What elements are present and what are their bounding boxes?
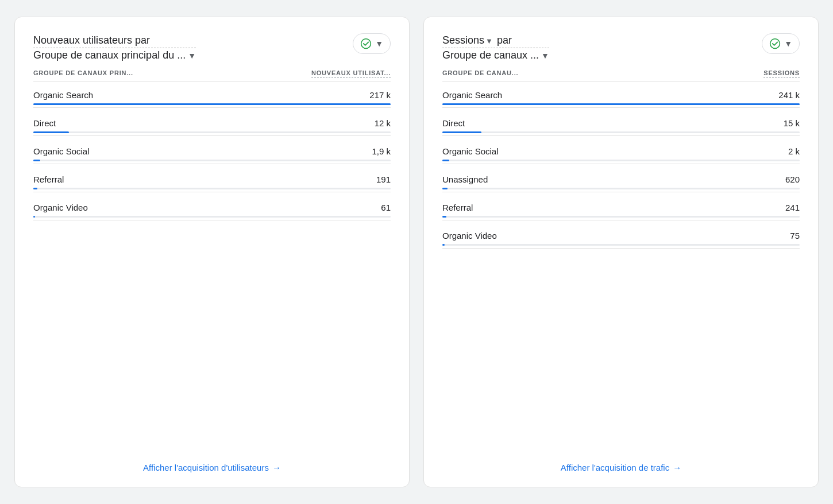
- card1-col1-header: GROUPE DE CANAUX PRIN...: [33, 69, 133, 78]
- table-row: Organic Video 75: [442, 223, 800, 251]
- svg-point-1: [770, 39, 780, 49]
- card2-footer: Afficher l'acquisition de trafic →: [442, 453, 800, 473]
- row-value: 620: [785, 175, 800, 184]
- row-value: 2 k: [788, 146, 800, 156]
- row-value: 75: [790, 231, 800, 241]
- row-label: Organic Search: [442, 90, 502, 100]
- bar-fill: [442, 244, 445, 246]
- table-row: Organic Social 1,9 k: [33, 138, 391, 166]
- row-divider: [33, 220, 391, 220]
- bar-track: [442, 131, 800, 133]
- table-row: Direct 12 k: [33, 110, 391, 138]
- card2-table-header: GROUPE DE CANAU... SESSIONS: [442, 65, 800, 82]
- card2-footer-link[interactable]: Afficher l'acquisition de trafic →: [561, 463, 681, 472]
- bar-fill: [33, 188, 37, 189]
- bar-fill: [442, 103, 800, 105]
- bar-fill: [33, 216, 35, 218]
- table-row: Organic Social 2 k: [442, 138, 800, 166]
- table-row: Unassigned 620: [442, 166, 800, 195]
- card1-header: Nouveaux utilisateurs par Groupe de cana…: [33, 33, 391, 61]
- table-row: Organic Search 217 k: [33, 82, 391, 110]
- check-icon-card1: [360, 38, 372, 49]
- card1-footer: Afficher l'acquisition d'utilisateurs →: [33, 453, 391, 473]
- cards-container: Nouveaux utilisateurs par Groupe de cana…: [14, 17, 819, 487]
- bar-track: [33, 216, 391, 218]
- card2-title-top: Sessions▼ par: [442, 33, 549, 48]
- bar-track: [442, 216, 800, 218]
- bar-track: [442, 244, 800, 246]
- card2-header: Sessions▼ par Groupe de canaux ... ▼ ▼: [442, 33, 800, 61]
- row-divider: [33, 107, 391, 108]
- row-value: 241 k: [778, 90, 800, 100]
- card1-title-bottom: Groupe de canaux principal du ... ▼: [33, 49, 196, 61]
- bar-fill: [442, 131, 481, 133]
- card1-title-top: Nouveaux utilisateurs par: [33, 33, 196, 48]
- row-label: Referral: [442, 203, 473, 212]
- row-divider: [442, 220, 800, 220]
- table-row: Organic Search 241 k: [442, 82, 800, 110]
- card2-col2-header: SESSIONS: [763, 69, 800, 78]
- card1-badge-arrow[interactable]: ▼: [375, 39, 383, 48]
- check-icon-card2: [769, 38, 781, 49]
- row-divider: [442, 164, 800, 164]
- row-divider: [442, 192, 800, 192]
- svg-point-0: [361, 39, 371, 49]
- card1-table-header: GROUPE DE CANAUX PRIN... NOUVEAUX UTILIS…: [33, 65, 391, 82]
- row-value: 217 k: [369, 90, 391, 100]
- row-divider: [33, 135, 391, 136]
- card1-data-rows: Organic Search 217 k Direct 12 k Organic…: [33, 82, 391, 440]
- row-divider: [33, 192, 391, 192]
- row-label: Organic Video: [442, 231, 497, 241]
- row-value: 1,9 k: [372, 146, 391, 156]
- row-label: Direct: [442, 118, 465, 128]
- table-row: Referral 191: [33, 166, 391, 195]
- card1-footer-link[interactable]: Afficher l'acquisition d'utilisateurs →: [143, 463, 281, 472]
- row-value: 15 k: [784, 118, 800, 128]
- card1-col2-header: NOUVEAUX UTILISAT...: [311, 69, 391, 78]
- bar-track: [33, 160, 391, 161]
- row-value: 12 k: [375, 118, 391, 128]
- row-divider: [33, 164, 391, 164]
- row-label: Organic Video: [33, 203, 88, 212]
- bar-track: [442, 103, 800, 105]
- card2-data-rows: Organic Search 241 k Direct 15 k Organic…: [442, 82, 800, 440]
- bar-fill: [442, 216, 446, 218]
- bar-track: [33, 131, 391, 133]
- row-value: 191: [376, 175, 391, 184]
- bar-fill: [33, 103, 391, 105]
- row-label: Organic Social: [33, 146, 90, 156]
- row-label: Organic Social: [442, 146, 499, 156]
- card-sessions: Sessions▼ par Groupe de canaux ... ▼ ▼ G…: [423, 17, 819, 487]
- bar-track: [442, 188, 800, 189]
- bar-track: [33, 188, 391, 189]
- table-row: Referral 241: [442, 195, 800, 223]
- row-value: 241: [785, 203, 800, 212]
- card2-status-badge[interactable]: ▼: [762, 33, 800, 54]
- row-label: Unassigned: [442, 175, 488, 184]
- bar-fill: [33, 131, 69, 133]
- bar-fill: [442, 160, 449, 161]
- card2-title-bottom: Groupe de canaux ... ▼: [442, 49, 549, 61]
- card1-title-block: Nouveaux utilisateurs par Groupe de cana…: [33, 33, 196, 61]
- row-label: Referral: [33, 175, 64, 184]
- table-row: Direct 15 k: [442, 110, 800, 138]
- sessions-dropdown[interactable]: ▼: [485, 37, 493, 45]
- row-value: 61: [381, 203, 391, 212]
- card-nouveaux-utilisateurs: Nouveaux utilisateurs par Groupe de cana…: [14, 17, 410, 487]
- row-label: Organic Search: [33, 90, 93, 100]
- row-divider: [442, 107, 800, 108]
- row-divider: [442, 248, 800, 249]
- row-divider: [442, 135, 800, 136]
- card2-col1-header: GROUPE DE CANAU...: [442, 69, 518, 78]
- bar-fill: [33, 160, 40, 161]
- bar-track: [33, 103, 391, 105]
- bar-track: [442, 160, 800, 161]
- card2-title-block: Sessions▼ par Groupe de canaux ... ▼: [442, 33, 549, 61]
- bar-fill: [442, 188, 448, 189]
- table-row: Organic Video 61: [33, 195, 391, 223]
- card2-dropdown-arrow[interactable]: ▼: [541, 51, 549, 60]
- card2-badge-arrow[interactable]: ▼: [784, 39, 792, 48]
- row-label: Direct: [33, 118, 56, 128]
- card1-status-badge[interactable]: ▼: [353, 33, 391, 54]
- card1-dropdown-arrow[interactable]: ▼: [188, 51, 196, 60]
